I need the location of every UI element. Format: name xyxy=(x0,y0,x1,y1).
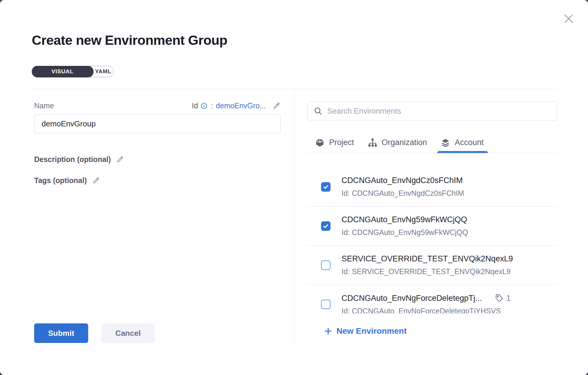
create-environment-group-dialog: Create new Environment Group VISUAL YAML… xyxy=(0,0,588,375)
edit-description-button[interactable] xyxy=(116,155,124,163)
environment-id: Id: CDCNGAuto_EnvNgForceDeletegpTjYHSVS xyxy=(342,307,511,313)
panel-divider xyxy=(294,89,294,345)
environment-checkbox[interactable] xyxy=(321,260,331,270)
search-icon xyxy=(314,107,323,115)
tags-label: Tags (optional) xyxy=(34,176,87,185)
tag-icon xyxy=(494,293,505,304)
edit-pencil-icon xyxy=(92,177,100,185)
environment-checkbox[interactable] xyxy=(321,182,331,192)
edit-tags-button[interactable] xyxy=(92,177,100,185)
edit-pencil-icon xyxy=(116,155,124,163)
environment-text: CDCNGAuto_EnvNg59wFkWCjQQId: CDCNGAuto_E… xyxy=(342,215,468,237)
environment-name: CDCNGAuto_EnvNg59wFkWCjQQ xyxy=(342,215,467,224)
name-input[interactable] xyxy=(34,114,281,133)
description-row: Description (optional) xyxy=(34,155,281,164)
name-label: Name xyxy=(34,101,54,110)
check-icon xyxy=(323,223,329,229)
org-chart-icon xyxy=(368,138,377,147)
new-environment-button[interactable]: New Environment xyxy=(324,326,407,336)
environment-id: Id: SERVICE_OVERRIDE_TEST_ENVQik2NqexL9 xyxy=(342,267,513,276)
tab-label: Project xyxy=(329,138,354,147)
new-environment-label: New Environment xyxy=(336,326,407,336)
environment-text: CDCNGAuto_EnvNgdCz0sFChIMId: CDCNGAuto_E… xyxy=(342,176,464,198)
edit-pencil-icon xyxy=(273,102,281,110)
environment-checkbox[interactable] xyxy=(321,221,331,231)
check-icon xyxy=(323,184,329,190)
entity-id-group: Id : demoEnvGro... xyxy=(192,101,281,110)
form-panel: Name Id : demoEnvGro... Description (opt… xyxy=(34,89,281,185)
environment-name: SERVICE_OVERRIDE_TEST_ENVQik2NqexL9 xyxy=(342,254,513,263)
environment-name: CDCNGAuto_EnvNgForceDeletegpTj... xyxy=(342,294,482,303)
environment-picker-panel: Project Organization Account CDCNGAuto_E… xyxy=(307,89,557,313)
layers-icon xyxy=(441,138,450,147)
id-label: Id xyxy=(192,101,198,110)
id-separator: : xyxy=(211,101,213,110)
description-label: Description (optional) xyxy=(34,155,111,164)
cube-icon xyxy=(315,138,325,147)
tab-account[interactable]: Account xyxy=(441,132,484,153)
entity-id-value[interactable]: demoEnvGro... xyxy=(216,101,266,110)
environment-text: SERVICE_OVERRIDE_TEST_ENVQik2NqexL9Id: S… xyxy=(342,254,513,276)
info-icon[interactable] xyxy=(201,103,207,109)
tab-organization[interactable]: Organization xyxy=(368,132,427,153)
plus-icon xyxy=(324,327,333,336)
edit-id-button[interactable] xyxy=(273,102,281,110)
tag-count: 1 xyxy=(506,294,511,303)
close-button[interactable] xyxy=(561,11,576,26)
environment-list-item[interactable]: CDCNGAuto_EnvNgdCz0sFChIMId: CDCNGAuto_E… xyxy=(307,167,557,206)
page-title: Create new Environment Group xyxy=(32,33,227,48)
visual-yaml-toggle: VISUAL YAML xyxy=(32,66,114,77)
submit-button[interactable]: Submit xyxy=(34,323,88,343)
environment-tags: 1 xyxy=(494,293,511,303)
name-label-row: Name Id : demoEnvGro... xyxy=(34,101,281,110)
tab-label: Organization xyxy=(382,138,427,147)
dialog-actions: Submit Cancel xyxy=(34,323,155,343)
scope-tabs: Project Organization Account xyxy=(307,132,557,153)
environment-name: CDCNGAuto_EnvNgdCz0sFChIM xyxy=(342,176,463,185)
search-input[interactable] xyxy=(327,107,551,116)
environment-list-item[interactable]: CDCNGAuto_EnvNgForceDeletegpTj...1Id: CD… xyxy=(307,285,557,313)
environment-list: CDCNGAuto_EnvNgdCz0sFChIMId: CDCNGAuto_E… xyxy=(307,153,557,313)
environment-checkbox[interactable] xyxy=(321,300,331,309)
environment-text: CDCNGAuto_EnvNgForceDeletegpTj...1Id: CD… xyxy=(342,293,511,313)
tab-project[interactable]: Project xyxy=(315,132,354,153)
tab-visual[interactable]: VISUAL xyxy=(32,66,94,77)
tags-row: Tags (optional) xyxy=(34,176,281,185)
tab-yaml[interactable]: YAML xyxy=(93,66,113,77)
search-box xyxy=(307,101,557,120)
tab-label: Account xyxy=(455,138,484,147)
environment-list-item[interactable]: CDCNGAuto_EnvNg59wFkWCjQQId: CDCNGAuto_E… xyxy=(307,206,557,246)
cancel-button[interactable]: Cancel xyxy=(101,323,155,343)
environment-id: Id: CDCNGAuto_EnvNgdCz0sFChIM xyxy=(342,189,464,198)
close-x-icon xyxy=(562,12,575,25)
environment-list-item[interactable]: SERVICE_OVERRIDE_TEST_ENVQik2NqexL9Id: S… xyxy=(307,246,557,285)
environment-id: Id: CDCNGAuto_EnvNg59wFkWCjQQ xyxy=(342,228,468,237)
